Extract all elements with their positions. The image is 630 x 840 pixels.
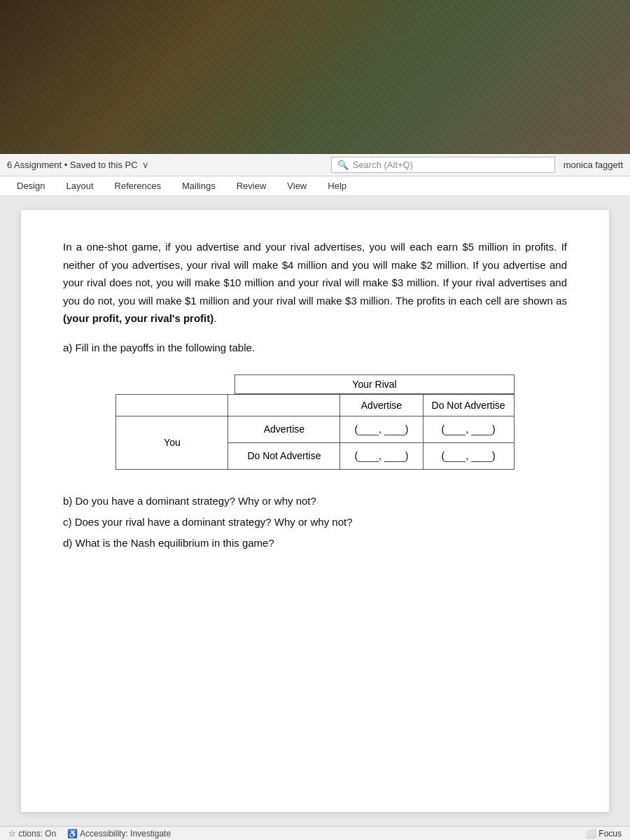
your-rival-header: Your Rival [234, 374, 514, 394]
cell-not-not-you [444, 450, 465, 462]
table-empty-top-mid [228, 394, 340, 416]
menu-review[interactable]: Review [234, 179, 270, 192]
document-area: In a one-shot game, if you advertise and… [0, 196, 630, 826]
cell-not-not-rival [471, 450, 492, 462]
advertise-col-header: Advertise [340, 394, 423, 416]
cell-not-adv-you [358, 450, 379, 462]
user-name: monica faggett [564, 160, 623, 170]
cell-adv-not-you [444, 424, 465, 435]
chevron-icon: ∨ [142, 160, 149, 170]
question-c: c) Does your rival have a dominant strat… [63, 512, 567, 533]
search-box[interactable]: 🔍 Search (Alt+Q) [331, 157, 555, 173]
menu-layout[interactable]: Layout [63, 179, 96, 192]
photo-background [0, 0, 630, 154]
do-not-advertise-col-header: Do Not Advertise [423, 394, 514, 416]
menu-bar: Design Layout References Mailings Review… [0, 176, 630, 196]
document-title: 6 Assignment • Saved to this PC [7, 160, 138, 170]
title-bar: 6 Assignment • Saved to this PC ∨ 🔍 Sear… [0, 154, 630, 176]
cell-adv-not-rival [471, 424, 492, 435]
do-not-advertise-row-label: Do Not Advertise [228, 442, 340, 469]
cell-not-adv[interactable]: ( , ) [340, 442, 423, 469]
sections-status: ☆ ctions: On [8, 829, 56, 839]
question-b: b) Do you have a dominant strategy? Why … [63, 491, 567, 512]
question-a-label: a) Fill in the payoffs in the following … [63, 342, 567, 354]
cell-not-adv-rival [384, 450, 405, 462]
title-bar-left: 6 Assignment • Saved to this PC ∨ [7, 160, 323, 170]
cell-adv-adv[interactable]: ( , ) [340, 416, 423, 442]
search-placeholder: Search (Alt+Q) [353, 160, 413, 170]
you-row-label: You [116, 416, 228, 469]
cell-adv-not[interactable]: ( , ) [423, 416, 514, 442]
sub-questions: b) Do you have a dominant strategy? Why … [63, 491, 567, 554]
menu-help[interactable]: Help [325, 179, 349, 192]
cell-adv-adv-rival [384, 424, 405, 435]
search-icon: 🔍 [337, 160, 349, 170]
cell-adv-adv-you [358, 424, 379, 435]
table-empty-top-left [116, 394, 228, 416]
payoff-table: Advertise Do Not Advertise You Advertise… [115, 394, 514, 470]
game-table-wrapper: Your Rival Advertise Do Not Advertise [115, 374, 514, 470]
focus-icon: ⬜ [586, 829, 596, 839]
payoff-table-section: Your Rival Advertise Do Not Advertise [63, 374, 567, 470]
cell-not-not[interactable]: ( , ) [423, 442, 514, 469]
accessibility-icon: ♿ [67, 829, 78, 839]
focus-status: ⬜ Focus [586, 829, 622, 839]
sections-icon: ☆ [8, 829, 16, 839]
menu-view[interactable]: View [284, 179, 309, 192]
table-row-advertise: You Advertise ( , ) ( , ) [116, 416, 514, 442]
document-page: In a one-shot game, if you advertise and… [21, 210, 609, 812]
status-bar: ☆ ctions: On ♿ Accessibility: Investigat… [0, 826, 630, 840]
advertise-row-label: Advertise [228, 416, 340, 442]
menu-mailings[interactable]: Mailings [179, 179, 218, 192]
menu-references[interactable]: References [112, 179, 164, 192]
question-d: d) What is the Nash equilibrium in this … [63, 533, 567, 554]
accessibility-status[interactable]: ♿ Accessibility: Investigate [67, 829, 171, 839]
document-paragraph: In a one-shot game, if you advertise and… [63, 238, 567, 328]
menu-design[interactable]: Design [14, 179, 48, 192]
